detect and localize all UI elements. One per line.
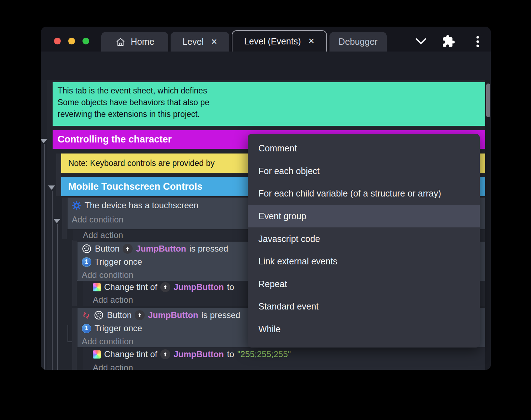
event-drag-strip[interactable] <box>72 308 77 370</box>
collapse-arrow-icon[interactable] <box>41 139 47 143</box>
tree-line <box>52 191 53 370</box>
condition-text: Trigger once <box>95 323 142 333</box>
string-value: "255;255;255" <box>237 349 291 359</box>
maximize-window-button[interactable] <box>82 38 89 44</box>
comment-line: reveiwing the extensions in this project… <box>58 108 485 120</box>
group-title: Mobile Touchscreen Controls <box>68 181 203 192</box>
menu-item-event-group[interactable]: Event group <box>248 205 480 228</box>
action-text: to <box>227 282 234 292</box>
event-drag-strip[interactable] <box>62 198 67 239</box>
close-window-button[interactable] <box>54 38 61 44</box>
add-action-link[interactable]: Add action <box>93 363 133 370</box>
app-window: Home Level ✕ Level (Events) ✕ Debugger <box>41 27 491 370</box>
tree-line <box>68 341 73 342</box>
tint-color-icon <box>93 283 101 291</box>
note-text: Note: Keyboard controls are provided by <box>68 158 215 168</box>
object-name: JumpButton <box>148 310 198 320</box>
chevron-down-icon[interactable] <box>414 36 428 47</box>
add-condition-link[interactable]: Add condition <box>82 270 133 280</box>
extensions-puzzle-icon[interactable] <box>442 34 455 48</box>
menu-item-javascript-code[interactable]: Javascript code <box>248 227 480 250</box>
tree-line <box>68 325 68 342</box>
close-icon[interactable]: ✕ <box>308 37 315 46</box>
menu-item-repeat[interactable]: Repeat <box>248 273 480 296</box>
tint-color-icon <box>93 350 101 359</box>
menu-item-link-external-events[interactable]: Link external events <box>248 250 480 273</box>
trigger-once-icon: 1 <box>82 257 91 267</box>
jumpbutton-object-icon <box>135 310 145 320</box>
tab-debugger[interactable]: Debugger <box>329 32 387 52</box>
jumpbutton-object-icon <box>160 349 170 359</box>
group-title: Controlling the character <box>58 134 172 145</box>
event-actions[interactable]: Change tint of JumpButton to "255;255;25… <box>83 347 485 370</box>
minimize-window-button[interactable] <box>68 38 75 44</box>
add-action-link[interactable]: Add action <box>93 295 133 305</box>
add-action-link[interactable]: Add action <box>83 230 123 240</box>
scrollbar-thumb[interactable] <box>486 84 490 117</box>
menu-item-for-each-child-variable[interactable]: For each child variable (of a structure … <box>248 182 480 205</box>
collapse-arrow-icon[interactable] <box>48 185 55 190</box>
condition-text: Trigger once <box>95 257 142 267</box>
condition-text: Button <box>107 310 132 320</box>
event-drag-strip[interactable] <box>72 240 77 306</box>
tab-level-events-label: Level (Events) <box>244 36 301 47</box>
jumpbutton-object-icon <box>123 244 133 254</box>
action-text: to <box>227 349 234 359</box>
jumpbutton-object-icon <box>160 282 170 292</box>
event-drag-strip[interactable] <box>56 154 61 196</box>
tab-level[interactable]: Level ✕ <box>171 32 229 52</box>
title-bar: Home Level ✕ Level (Events) ✕ Debugger <box>41 27 491 52</box>
kebab-menu-icon[interactable] <box>475 35 481 48</box>
comment-block[interactable]: This tab is the event sheet, which defin… <box>53 82 485 126</box>
scrollbar-track[interactable] <box>485 80 491 370</box>
tab-debugger-label: Debugger <box>339 37 378 47</box>
home-icon <box>115 37 126 47</box>
tree-line <box>57 224 58 370</box>
event-sheet: This tab is the event sheet, which defin… <box>41 80 491 370</box>
tab-level-events[interactable]: Level (Events) ✕ <box>232 30 327 52</box>
gear-icon <box>72 201 81 210</box>
menu-item-while[interactable]: While <box>248 318 480 341</box>
add-event-context-menu: Comment For each object For each child v… <box>248 134 480 348</box>
tab-home-label: Home <box>131 37 155 47</box>
comment-line: Some objects have behaviors that also pe <box>58 97 485 108</box>
condition-text: Button <box>95 244 119 254</box>
action-text: Change tint of <box>104 282 157 292</box>
object-name: JumpButton <box>173 282 224 292</box>
action-text: Change tint of <box>104 349 157 359</box>
condition-text: is pressed <box>202 310 240 320</box>
tab-home[interactable]: Home <box>101 32 168 52</box>
collapse-arrow-icon[interactable] <box>53 219 60 223</box>
comment-line: This tab is the event sheet, which defin… <box>58 85 485 97</box>
menu-item-comment[interactable]: Comment <box>248 137 480 160</box>
menu-item-for-each-object[interactable]: For each object <box>248 160 480 183</box>
object-name: JumpButton <box>136 244 186 254</box>
toolbar <box>41 52 491 80</box>
trigger-once-icon: 1 <box>82 324 91 333</box>
add-condition-link[interactable]: Add condition <box>82 336 133 346</box>
condition-text: The device has a touchscreen <box>85 200 198 210</box>
invert-condition-icon <box>82 311 91 320</box>
add-condition-link[interactable]: Add condition <box>72 215 123 225</box>
tree-line <box>44 144 45 370</box>
gamepad-button-icon <box>82 244 92 254</box>
gamepad-button-icon <box>94 310 104 320</box>
tab-level-label: Level <box>182 37 204 47</box>
menu-item-standard-event[interactable]: Standard event <box>248 295 480 318</box>
object-name: JumpButton <box>173 349 224 359</box>
close-icon[interactable]: ✕ <box>211 37 217 47</box>
condition-text: is pressed <box>189 244 228 254</box>
